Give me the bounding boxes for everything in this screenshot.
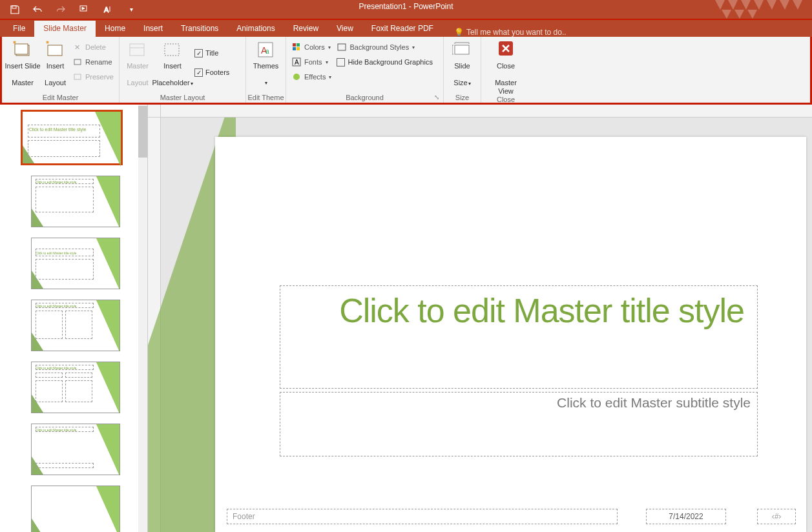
group-label-size: Size (444, 94, 481, 103)
footer-placeholder[interactable]: Footer (227, 509, 618, 524)
svg-text:a: a (265, 48, 269, 55)
fonts-button[interactable]: A Fonts▾ (291, 56, 331, 68)
ribbon: Insert SlideMaster InsertLayout ✕ Delete… (0, 37, 812, 105)
delete-icon: ✕ (72, 42, 83, 52)
tab-file[interactable]: File (4, 21, 34, 37)
svg-marker-3 (715, 0, 725, 10)
colors-button[interactable]: Colors▾ (291, 41, 331, 54)
thumbnail-scrollbar[interactable] (138, 105, 147, 532)
svg-marker-6 (754, 0, 764, 10)
layout-thumbnail[interactable] (31, 486, 120, 532)
effects-icon (291, 72, 302, 82)
title-checkbox[interactable]: ✓ Title (194, 46, 229, 59)
tab-home[interactable]: Home (96, 21, 134, 37)
tell-me-placeholder: Tell me what you want to do.. (466, 28, 567, 37)
insert-placeholder-button[interactable]: InsertPlaceholder▾ (153, 39, 192, 88)
workspace: Click to edit Master title style Click t… (0, 105, 812, 532)
delete-button[interactable]: ✕ Delete (72, 41, 114, 54)
svg-rect-18 (130, 44, 144, 56)
checkbox-checked-icon: ✓ (194, 68, 203, 77)
svg-rect-17 (74, 74, 81, 79)
tab-review[interactable]: Review (284, 21, 328, 37)
group-edit-theme: Aa Themes▾ Edit Theme (246, 37, 286, 103)
preserve-button[interactable]: Preserve (72, 70, 114, 83)
lightbulb-icon: 💡 (454, 28, 464, 37)
hide-background-checkbox[interactable]: Hide Background Graphics (337, 56, 432, 68)
layout-thumbnail[interactable]: Click to edit Master title style (31, 424, 120, 475)
layout-thumbnail[interactable]: Click to edit Master title style (31, 300, 120, 351)
insert-layout-button[interactable]: InsertLayout (41, 39, 70, 87)
slide-number-placeholder[interactable]: ‹#› (757, 509, 796, 524)
svg-rect-27 (297, 47, 300, 50)
title-placeholder[interactable]: Click to edit Master title style (280, 285, 758, 389)
themes-button[interactable]: Aa Themes▾ (251, 39, 282, 87)
undo-icon[interactable] (32, 4, 44, 15)
touch-mode-icon[interactable]: A (102, 4, 114, 15)
slide-size-button[interactable]: SlideSize▾ (447, 39, 478, 88)
save-icon[interactable] (9, 4, 21, 15)
group-label-background: Background (286, 94, 443, 103)
insert-slide-master-button[interactable]: Insert SlideMaster (5, 39, 41, 87)
title-placeholder-text: Click to edit Master title style (293, 292, 744, 329)
tab-transitions[interactable]: Transitions (172, 21, 227, 37)
svg-marker-11 (780, 0, 789, 10)
slide-size-icon (452, 40, 473, 61)
group-close: CloseMaster View Close (481, 37, 530, 103)
qat-customize-icon[interactable]: ▾ (125, 4, 137, 15)
close-icon (495, 40, 516, 61)
tab-view[interactable]: View (328, 21, 362, 37)
ribbon-tabs: File Slide Master Home Insert Transition… (0, 19, 812, 37)
tell-me-search[interactable]: 💡 Tell me what you want to do.. (454, 28, 567, 37)
insert-placeholder-icon (162, 40, 183, 61)
group-label-master-layout: Master Layout (120, 94, 245, 103)
svg-marker-7 (767, 0, 776, 10)
svg-marker-10 (747, 10, 757, 19)
svg-rect-16 (74, 59, 81, 65)
slide-canvas[interactable]: Click to edit Master title style Click t… (215, 137, 806, 532)
insert-slide-master-icon (12, 40, 33, 61)
group-background: Colors▾ A Fonts▾ Effects▾ Background Sty… (286, 37, 444, 103)
svg-rect-0 (12, 6, 16, 8)
footers-checkbox[interactable]: ✓ Footers (194, 66, 229, 79)
window-title: Presentation1 - PowerPoint (359, 2, 453, 11)
svg-rect-26 (293, 47, 296, 50)
svg-rect-25 (297, 43, 300, 46)
themes-icon: Aa (256, 40, 276, 61)
layout-thumbnail[interactable]: Click to edit Master title style (31, 238, 120, 289)
ruler-corner (148, 105, 161, 118)
subtitle-placeholder[interactable]: Click to edit Master subtitle style (280, 392, 758, 456)
quick-access-toolbar: A ▾ (0, 4, 137, 15)
effects-button[interactable]: Effects▾ (291, 70, 331, 83)
checkbox-checked-icon: ✓ (194, 49, 203, 57)
group-label-close: Close (481, 96, 530, 105)
tab-insert[interactable]: Insert (134, 21, 172, 37)
close-master-view-button[interactable]: CloseMaster View (486, 39, 525, 96)
date-placeholder[interactable]: 7/14/2022 (646, 509, 726, 524)
preserve-icon (72, 72, 83, 82)
group-master-layout: MasterLayout InsertPlaceholder▾ ✓ Title … (120, 37, 246, 103)
start-from-beginning-icon[interactable] (79, 4, 90, 15)
svg-rect-14 (15, 44, 28, 54)
master-layout-button: MasterLayout (122, 39, 153, 87)
background-dialog-launcher[interactable]: ⤡ (434, 94, 442, 101)
decorative-pattern (715, 0, 812, 19)
svg-rect-15 (48, 45, 62, 56)
group-label-edit-master: Edit Master (2, 94, 119, 103)
svg-text:A: A (104, 6, 109, 14)
background-styles-button[interactable]: Background Styles▾ (337, 41, 432, 54)
rename-button[interactable]: Rename (72, 56, 114, 68)
fonts-icon: A (291, 57, 302, 67)
insert-layout-icon (45, 40, 66, 61)
tab-slide-master[interactable]: Slide Master (34, 21, 96, 37)
thumbnail-panel: Click to edit Master title style Click t… (0, 105, 148, 532)
svg-marker-5 (741, 0, 751, 10)
layout-thumbnail[interactable]: Click to edit Master title style (31, 362, 120, 413)
layout-thumbnail[interactable]: Click to edit Master title style (31, 176, 120, 227)
slide-canvas-area: Click to edit Master title style Click t… (148, 105, 812, 532)
slide-master-thumbnail[interactable]: Click to edit Master title style (21, 110, 123, 165)
tab-foxit[interactable]: Foxit Reader PDF (362, 21, 442, 37)
tab-animations[interactable]: Animations (227, 21, 284, 37)
redo-icon[interactable] (56, 4, 67, 15)
svg-rect-32 (455, 45, 469, 54)
svg-rect-31 (338, 44, 346, 50)
